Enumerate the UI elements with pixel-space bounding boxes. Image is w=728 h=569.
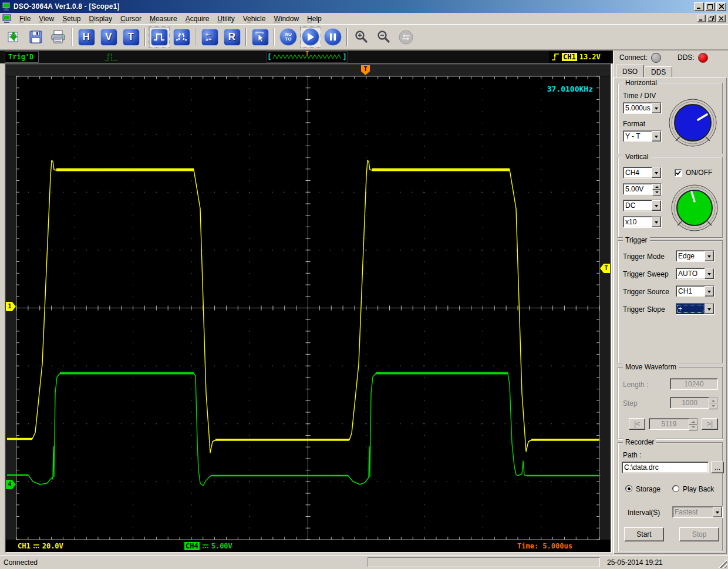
vertical-coupling-select[interactable]: DC [623, 200, 662, 211]
trigger-info-readout: CH1 13.2V [549, 51, 611, 63]
control-panel: Connect: DDS: DSO DDS Horizontal Time / … [613, 50, 728, 555]
stop-button[interactable]: Stop [679, 527, 719, 541]
zoom-out-button[interactable] [373, 26, 394, 48]
t-measure-button[interactable]: T [120, 26, 141, 48]
trigger-sweep-select[interactable]: AUTO [676, 268, 714, 280]
go-last-button[interactable]: >| [702, 418, 718, 430]
print-button[interactable] [48, 26, 69, 48]
vertical-probe-select[interactable]: x10 [623, 216, 662, 228]
horizontal-group: Horizontal Time / DIV 5.000us Format Y -… [618, 83, 723, 154]
channel-onoff-checkbox[interactable] [675, 169, 682, 177]
toolbar-separator [72, 28, 73, 46]
reference-button[interactable]: R [221, 26, 242, 48]
toolbar-separator [274, 28, 275, 46]
v-measure-button[interactable]: V [98, 26, 119, 48]
mdi-system-menu-icon[interactable] [2, 14, 12, 23]
onoff-label: ON/OFF [686, 169, 712, 177]
menu-cursor[interactable]: Cursor [116, 14, 146, 24]
trigger-slope-label: Trigger Slope [623, 305, 665, 314]
interval-select[interactable]: Fastest [672, 506, 723, 518]
dds-indicator-light [698, 53, 708, 63]
ch4-label: CH4 [184, 542, 200, 550]
mdi-minimize-button[interactable] [697, 15, 706, 22]
path-input[interactable]: C:\data.drc [622, 462, 709, 473]
maximize-button[interactable] [705, 2, 715, 11]
trigger-slope-select[interactable]: + [676, 303, 714, 315]
move-waveform-group: Move Waveform Length : 10240 Step 1000 |… [618, 367, 723, 439]
vertical-channel-select[interactable]: CH4 [623, 167, 662, 179]
mdi-close-button[interactable] [717, 15, 726, 22]
save-button[interactable] [25, 26, 46, 48]
vertical-knob[interactable] [670, 183, 719, 233]
ch4-scale-value: 5.00V [211, 542, 232, 550]
panel-tabs: DSO DDS [614, 65, 728, 78]
auto-setup-button[interactable]: AUTO [278, 26, 299, 48]
mdi-restore-button[interactable] [707, 15, 716, 22]
length-field[interactable]: 10240 [670, 378, 718, 390]
storage-label: Storage [636, 485, 660, 493]
window-title: DSO-3064A Ver1.0.8 - [Scope1] [14, 2, 693, 11]
position-spinner[interactable]: 5119 [649, 418, 698, 430]
toolbar-separator [346, 28, 348, 46]
resize-grip[interactable] [719, 560, 727, 568]
time-div-label: Time / DIV [623, 92, 656, 100]
math-button[interactable]: +- ×÷ [199, 26, 220, 48]
ch1-label: CH1 [18, 542, 31, 550]
svg-text:×÷: ×÷ [205, 37, 211, 43]
menu-display[interactable]: Display [85, 14, 116, 24]
dc-coupling-icon [202, 544, 209, 549]
recorder-group-title: Recorder [623, 438, 656, 446]
browse-button[interactable]: ... [711, 462, 724, 473]
vertical-scale-spinner[interactable]: 5.00V [623, 183, 662, 195]
menu-utility[interactable]: Utility [213, 14, 238, 24]
h-measure-button[interactable]: H [76, 26, 97, 48]
cursor-measure-button[interactable] [250, 26, 271, 48]
menu-acquire[interactable]: Acquire [181, 14, 214, 24]
menu-window[interactable]: Window [269, 14, 303, 24]
open-button[interactable] [3, 26, 24, 48]
storage-radio[interactable] [625, 485, 632, 492]
status-empty-pane [368, 557, 600, 567]
start-button[interactable]: Start [624, 527, 664, 541]
dc-coupling-icon [33, 544, 40, 549]
tab-dds[interactable]: DDS [645, 66, 672, 78]
waveform-display-button[interactable] [149, 26, 170, 48]
waveform-points-button[interactable] [171, 26, 192, 48]
trigger-mode-select[interactable]: Edge [676, 250, 714, 262]
scope-header-bar: Trig'D [ ] T CH1 13.2V [0, 50, 613, 63]
trigger-position-preview[interactable]: [ ] T [267, 51, 348, 63]
vertical-group: Vertical CH4 5.00V DC x10 [618, 157, 723, 238]
horizontal-knob[interactable] [668, 97, 718, 148]
format-select[interactable]: Y - T [623, 130, 662, 142]
preview-right-bracket: ] [342, 53, 347, 60]
menu-items: FileViewSetupDisplayCursorMeasureAcquire… [15, 14, 696, 24]
refresh-connection-button[interactable] [395, 26, 416, 48]
trigger-source-select[interactable]: CH1 [676, 285, 714, 297]
time-div-select[interactable]: 5.000us [623, 102, 662, 114]
menu-file[interactable]: File [15, 14, 35, 24]
go-first-button[interactable]: |< [629, 418, 645, 430]
minimize-button[interactable] [694, 2, 704, 11]
close-button[interactable] [716, 2, 726, 11]
ch4-scale-readout: CH4 5.00V [181, 541, 236, 551]
zoom-in-button[interactable] [350, 26, 372, 48]
menu-measure[interactable]: Measure [146, 14, 181, 24]
app-icon [2, 2, 11, 11]
menu-vehicle[interactable]: Vehicle [239, 14, 270, 24]
ch1-scale-value: 20.0V [42, 542, 63, 550]
run-button[interactable] [300, 26, 321, 48]
pause-button[interactable] [322, 26, 343, 48]
menu-view[interactable]: View [35, 14, 58, 24]
trigger-status: Trig'D [5, 51, 39, 63]
frequency-readout: 37.0100KHz [547, 85, 593, 93]
preview-trigger-marker[interactable]: T [305, 50, 308, 56]
toolbar: H V T +- ×÷ R AUTO [0, 25, 728, 50]
menu-help[interactable]: Help [303, 14, 326, 24]
playback-radio[interactable] [672, 485, 679, 492]
menu-setup[interactable]: Setup [58, 14, 85, 24]
step-spinner[interactable]: 1000 [670, 397, 718, 409]
tab-dso[interactable]: DSO [616, 65, 644, 78]
step-label: Step [623, 399, 638, 408]
menu-bar: FileViewSetupDisplayCursorMeasureAcquire… [0, 13, 728, 25]
trigger-group-title: Trigger [623, 236, 650, 244]
